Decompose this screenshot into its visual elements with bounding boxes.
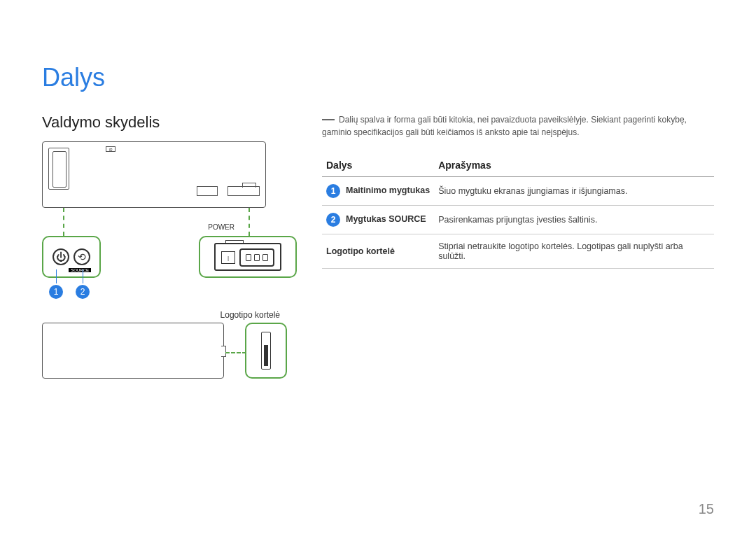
badge-row: 1 2	[49, 285, 301, 299]
iec-socket-icon	[239, 248, 274, 267]
part-name: Logotipo kortelė	[326, 246, 395, 256]
vent-tab-icon	[48, 148, 69, 190]
power-icon: ⏻	[52, 248, 69, 265]
dashed-connectors	[42, 208, 301, 236]
page-layout: Valdymo skydelis IR POWER ⏻ ⟲ SOURCE |	[42, 113, 714, 379]
table-row: 1Maitinimo mygtukas Šiuo mygtuku ekranas…	[322, 177, 714, 206]
diagram-column: Valdymo skydelis IR POWER ⏻ ⟲ SOURCE |	[42, 113, 301, 379]
table-header-part: Dalys	[322, 154, 434, 177]
table-row: 2Mygtukas SOURCE Pasirenkamas prijungtas…	[322, 206, 714, 234]
table-row: Logotipo kortelė Stipriai netraukite log…	[322, 234, 714, 269]
power-inlet-callout: |	[199, 236, 297, 278]
part-desc: Stipriai netraukite logotipo kortelės. L…	[434, 234, 714, 269]
power-port-icon	[227, 186, 260, 196]
row-badge: 2	[326, 213, 340, 227]
parts-table: Dalys Aprašymas 1Maitinimo mygtukas Šiuo…	[322, 154, 714, 269]
device-front-diagram	[42, 323, 224, 379]
buttons-callout: ⏻ ⟲ SOURCE	[42, 236, 101, 278]
ir-label: IR	[106, 146, 115, 152]
row-badge: 1	[326, 184, 340, 198]
note-text: Dalių spalva ir forma gali būti kitokia,…	[322, 113, 714, 139]
device-rear-diagram: IR	[42, 141, 266, 208]
callout-badge-1: 1	[49, 285, 63, 299]
dashed-line-icon	[225, 352, 246, 353]
port-slot-icon	[197, 186, 218, 196]
part-name: Mygtukas SOURCE	[346, 214, 426, 224]
callout-row: POWER ⏻ ⟲ SOURCE |	[42, 236, 301, 278]
logo-card-label: Logotipo kortelė	[220, 310, 280, 320]
dashed-line-icon	[248, 208, 250, 236]
page-title: Dalys	[42, 63, 714, 92]
part-name: Maitinimo mygtukas	[346, 185, 430, 195]
table-header-desc: Aprašymas	[434, 154, 714, 177]
logo-card-callout	[245, 323, 287, 379]
note-body: Dalių spalva ir forma gali būti kitokia,…	[322, 115, 687, 137]
logo-card-icon	[261, 332, 271, 370]
section-title: Valdymo skydelis	[42, 113, 301, 132]
power-label: POWER	[208, 223, 234, 231]
source-icon: ⟲	[74, 248, 90, 265]
page-number: 15	[699, 501, 714, 517]
source-label: SOURCE	[69, 268, 91, 272]
switch-icon: |	[221, 251, 235, 264]
callout-badge-2: 2	[76, 285, 90, 299]
power-inlet-icon: |	[214, 243, 281, 271]
part-desc: Pasirenkamas prijungtas įvesties šaltini…	[434, 206, 714, 234]
part-desc: Šiuo mygtuku ekranas įjungiamas ir išjun…	[434, 177, 714, 206]
dashed-line-icon	[63, 208, 64, 236]
description-column: Dalių spalva ir forma gali būti kitokia,…	[322, 113, 714, 379]
dash-icon	[322, 119, 335, 120]
